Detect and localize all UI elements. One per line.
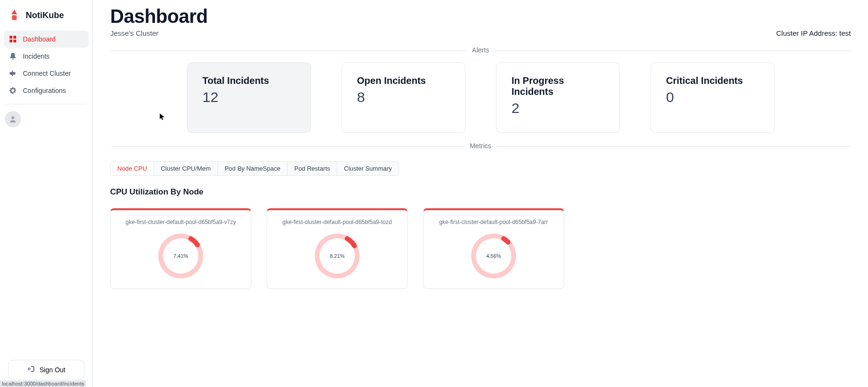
cpu-donut-chart: 4.56% — [470, 232, 517, 280]
tab-node-cpu[interactable]: Node CPU — [111, 162, 154, 175]
sidebar-item-label: Incidents — [23, 52, 50, 60]
cpu-donut-chart: 8.21% — [313, 232, 361, 280]
card-title: Total Incidents — [203, 75, 295, 86]
main-content: Dashboard Jesse's Cluster Cluster IP Add… — [93, 0, 868, 387]
node-card: gke-first-cluster-default-pool-d65bf5a9-… — [267, 208, 408, 289]
sign-out-icon — [27, 365, 35, 374]
cluster-ip: Cluster IP Address: test — [776, 29, 851, 37]
node-name: gke-first-cluster-default-pool-d65bf5a9-… — [282, 219, 392, 225]
node-name: gke-first-cluster-default-pool-d65bf5a9-… — [439, 219, 548, 225]
avatar[interactable] — [5, 111, 21, 127]
alerts-divider: Alerts — [110, 51, 851, 51]
svg-rect-1 — [12, 15, 17, 20]
card-value: 12 — [203, 89, 295, 105]
card-title: Open Incidents — [357, 75, 450, 86]
sign-out-label: Sign Out — [40, 366, 65, 374]
sidebar-item-configurations[interactable]: Configurations — [4, 82, 89, 99]
grid-icon — [9, 35, 17, 43]
plug-icon — [9, 69, 17, 78]
node-card: gke-first-cluster-default-pool-d65bf5a9-… — [423, 208, 564, 289]
nav-divider — [6, 104, 87, 104]
card-title: Critical Incidents — [666, 75, 759, 86]
tab-pod-restarts[interactable]: Pod Restarts — [288, 162, 337, 175]
node-name: gke-first-cluster-default-pool-d65bf5a9-… — [125, 219, 236, 225]
svg-rect-3 — [13, 36, 16, 39]
cluster-name: Jesse's Cluster — [110, 29, 158, 37]
sidebar-item-label: Connect Cluster — [23, 70, 71, 77]
sidebar-item-dashboard[interactable]: Dashboard — [4, 31, 89, 48]
donut-label: 8.21% — [313, 232, 361, 280]
svg-marker-0 — [11, 10, 17, 14]
card-value: 8 — [357, 89, 450, 105]
svg-point-6 — [11, 116, 14, 119]
metrics-panel-title: CPU Utilization By Node — [110, 187, 851, 197]
card-value: 2 — [512, 100, 604, 116]
header-subrow: Jesse's Cluster Cluster IP Address: test — [110, 29, 851, 37]
sidebar-item-incidents[interactable]: Incidents — [4, 48, 89, 65]
tab-cluster-cpu-mem[interactable]: Cluster CPU/Mem — [154, 162, 218, 175]
card-in-progress-incidents[interactable]: In Progress Incidents 2 — [496, 62, 620, 133]
nav-list: Dashboard Incidents Connect Cluster Conf… — [4, 31, 89, 99]
cpu-donut-chart: 7.41% — [157, 232, 205, 280]
brand-logo-icon — [8, 9, 21, 22]
alert-cards: Total Incidents 12 Open Incidents 8 In P… — [110, 62, 851, 133]
sidebar-item-label: Dashboard — [23, 35, 56, 43]
sign-out-button[interactable]: Sign Out — [8, 360, 84, 379]
node-card: gke-first-cluster-default-pool-d65bf5a9-… — [110, 208, 251, 289]
metrics-label: Metrics — [465, 142, 496, 150]
status-url: localhost:3000/dashboard/incidents — [0, 380, 86, 387]
card-open-incidents[interactable]: Open Incidents 8 — [341, 62, 465, 133]
card-critical-incidents[interactable]: Critical Incidents 0 — [651, 62, 775, 133]
brand: NotiKube — [4, 4, 89, 31]
bell-icon — [9, 52, 17, 61]
donut-label: 4.56% — [470, 232, 517, 280]
svg-rect-2 — [10, 36, 12, 39]
card-total-incidents[interactable]: Total Incidents 12 — [187, 62, 311, 133]
donut-label: 7.41% — [157, 232, 205, 280]
sidebar-item-label: Configurations — [23, 87, 66, 94]
tab-cluster-summary[interactable]: Cluster Summary — [337, 162, 398, 175]
brand-name: NotiKube — [26, 10, 64, 20]
tab-pod-by-namespace[interactable]: Pod By NameSpace — [218, 162, 288, 175]
metrics-tabs: Node CPU Cluster CPU/Mem Pod By NameSpac… — [110, 161, 399, 176]
metrics-divider: Metrics — [110, 146, 851, 147]
svg-rect-4 — [10, 40, 12, 42]
alerts-label: Alerts — [467, 46, 494, 54]
sidebar-item-connect-cluster[interactable]: Connect Cluster — [4, 65, 89, 82]
sidebar: NotiKube Dashboard Incidents Connect Clu… — [0, 0, 93, 387]
page-title: Dashboard — [110, 6, 851, 27]
node-cards: gke-first-cluster-default-pool-d65bf5a9-… — [110, 208, 851, 289]
svg-rect-5 — [13, 40, 16, 42]
card-value: 0 — [666, 89, 759, 105]
card-title: In Progress Incidents — [512, 75, 604, 97]
gear-icon — [9, 86, 17, 95]
